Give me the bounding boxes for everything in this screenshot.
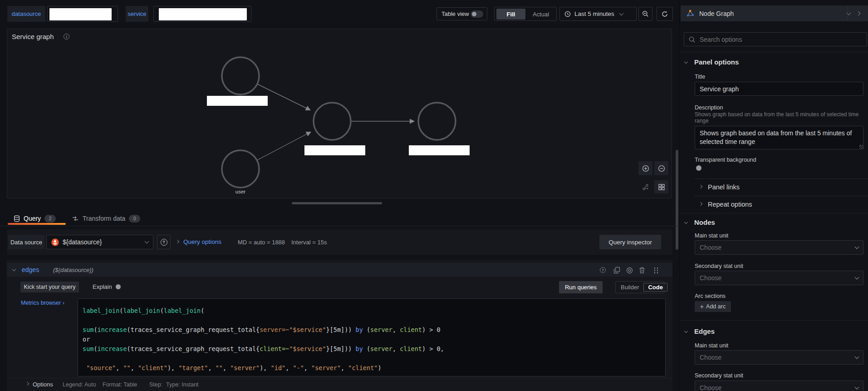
search-options-input[interactable] [699, 35, 850, 44]
code-token: traces_service_graph_request_total{ [131, 345, 260, 352]
fill-button[interactable]: Fill [496, 9, 525, 20]
code-token: ( [201, 307, 204, 314]
code-token: } [326, 326, 330, 333]
graph-node[interactable] [222, 57, 259, 94]
sidebar-divider [679, 52, 868, 52]
graph-layout-button[interactable] [638, 180, 652, 193]
builder-mode-button[interactable]: Builder [616, 284, 639, 291]
arc-sections-label: Arc sections [695, 293, 726, 299]
edges-secondary-stat-label: Secondary stat unit [695, 372, 743, 379]
code-token: sum [83, 326, 93, 333]
grid-icon [658, 184, 665, 190]
query-inspector-button[interactable]: Query inspector [599, 235, 661, 249]
chevron-down-icon [855, 385, 859, 390]
panel-title-input[interactable] [695, 82, 863, 96]
query-name[interactable]: edges [22, 266, 39, 273]
code-token: , [341, 364, 348, 371]
code-token: or [83, 336, 90, 343]
title-field-label: Title [695, 74, 705, 80]
code-token: label_join [123, 307, 160, 314]
tabbar-border [0, 226, 679, 226]
table-view-toggle[interactable] [471, 10, 483, 18]
tab-transform[interactable]: Transform data 0 [72, 212, 140, 225]
prometheus-icon [51, 238, 59, 246]
edges-secondary-stat-select[interactable]: Choose [695, 381, 863, 391]
graph-zoom-out-button[interactable] [654, 161, 668, 175]
query-header-row[interactable] [7, 263, 672, 277]
edges-section-header[interactable]: Edges [694, 327, 715, 335]
vertical-scrollbar[interactable] [676, 150, 678, 250]
promql-code-editor[interactable]: label_join(label_join(label_join( sum(in… [78, 298, 666, 376]
nodes-main-stat-select[interactable]: Choose [695, 240, 863, 255]
section-divider [679, 320, 868, 321]
copy-query-icon[interactable] [613, 267, 620, 274]
code-token: ) [422, 326, 426, 333]
description-field-label: Description [695, 104, 723, 111]
code-token: ( [93, 345, 97, 352]
code-token: ( [363, 326, 370, 333]
add-arc-button[interactable]: + Add arc [695, 301, 731, 312]
textarea-resize-handle[interactable] [859, 145, 863, 149]
nodes-section-header[interactable]: Nodes [694, 218, 715, 226]
footer-type: Type: Instant [166, 381, 199, 388]
panel-title[interactable]: Service graph [12, 33, 54, 40]
edges-main-stat-label: Main stat unit [695, 342, 728, 349]
nodes-secondary-stat-select[interactable]: Choose [695, 271, 863, 285]
data-source-value: ${datasource} [63, 238, 102, 246]
tab-query-label: Query [24, 215, 41, 222]
viz-picker-header[interactable]: Node Graph [681, 5, 868, 21]
code-token: "" [216, 364, 223, 371]
viz-picker-title: Node Graph [699, 10, 734, 17]
graph-node[interactable] [418, 103, 456, 140]
service-variable-input[interactable] [153, 6, 251, 22]
transparent-background-label: Transparent background [695, 157, 756, 163]
code-token: client [400, 326, 422, 333]
graph-node[interactable] [222, 150, 259, 188]
repeat-options-header[interactable]: Repeat options [708, 201, 752, 208]
code-token: "id" [271, 364, 286, 371]
graph-grid-view-button[interactable] [654, 180, 668, 193]
query-help-icon[interactable]: ? [600, 267, 606, 273]
drag-query-handle-icon[interactable] [653, 267, 658, 273]
graph-node[interactable] [314, 103, 351, 140]
search-options-box[interactable] [684, 32, 867, 46]
add-arc-label: Add arc [706, 303, 726, 310]
query-options-link[interactable]: Query options [183, 238, 221, 245]
service-graph-canvas[interactable]: user [7, 40, 672, 198]
code-token: ( [127, 326, 131, 333]
metrics-browser-link[interactable]: Metrics browser › [21, 300, 64, 306]
refresh-button[interactable] [657, 7, 673, 21]
kick-start-query-button[interactable]: Kick start your query [20, 282, 79, 292]
code-token: client [260, 345, 282, 352]
code-token: "$service" [289, 345, 326, 352]
run-queries-button[interactable]: Run queries [559, 281, 603, 293]
collapse-sidebar-icon[interactable] [856, 11, 861, 16]
panel-description-textarea[interactable]: Shows graph based on data from the last … [695, 126, 863, 149]
code-token: "client" [348, 364, 378, 371]
data-source-help-button[interactable]: ? [157, 235, 171, 249]
code-token: label_join [164, 307, 201, 314]
redacted-node-label [304, 145, 365, 155]
actual-button[interactable]: Actual [527, 9, 554, 20]
options-label[interactable]: Options [33, 381, 53, 388]
time-zoom-out-button[interactable] [638, 7, 652, 21]
select-value: Choose [700, 244, 721, 251]
splitter-handle[interactable] [292, 202, 382, 204]
panel-links-header[interactable]: Panel links [708, 183, 740, 191]
panel-options-header[interactable]: Panel options [694, 58, 739, 66]
graph-zoom-in-button[interactable] [638, 161, 652, 175]
datasource-variable-select[interactable] [47, 6, 118, 22]
code-mode-button[interactable]: Code [643, 283, 667, 292]
query-interval-info: Interval = 15s [291, 239, 327, 246]
time-range-picker[interactable]: Last 5 minutes [559, 7, 637, 21]
code-token: ), [167, 364, 178, 371]
edges-main-stat-select[interactable]: Choose [695, 350, 863, 365]
table-view-control[interactable]: Table view [436, 7, 487, 20]
disable-query-icon[interactable] [626, 267, 633, 274]
graph-edge[interactable] [257, 132, 310, 160]
delete-query-icon[interactable] [639, 267, 645, 274]
tab-query-count: 2 [44, 215, 56, 223]
tab-query-active-underline [8, 223, 66, 225]
data-source-picker[interactable]: ${datasource} [46, 235, 153, 249]
table-view-label: Table view [441, 10, 469, 17]
